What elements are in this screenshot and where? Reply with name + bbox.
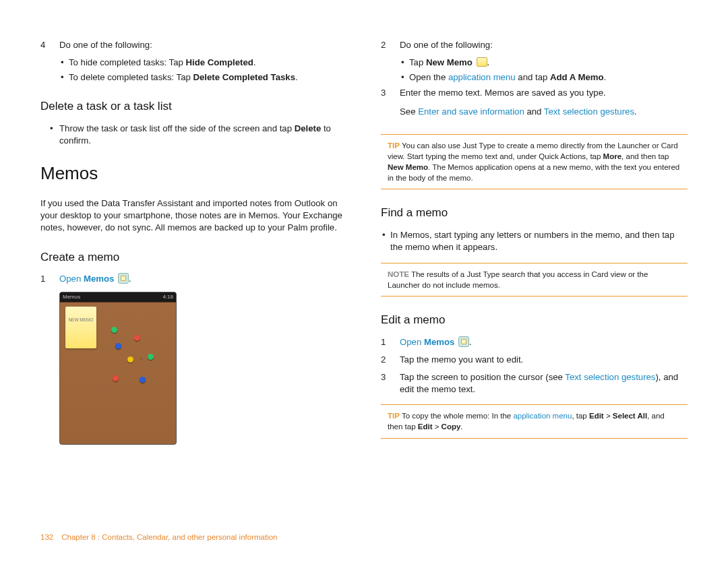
edit-step-3: 3 Tap the screen to position the cursor … [381,371,688,396]
pushpin-icon [115,343,121,349]
step-number: 1 [40,273,59,285]
text-selection-link[interactable]: Text selection gestures [565,372,655,382]
heading-memos: Memos [40,162,347,185]
note-just-type-search: NOTE The results of a Just Type search t… [381,263,688,296]
bullet-tap-new-memo: Tap New Memo . [409,57,688,69]
tip-just-type: TIP You can also use Just Type to create… [381,134,688,189]
screenshot-statusbar: Memos 4:18 [60,292,176,302]
tip-label: TIP [388,412,400,420]
create-step-1: 1 Open Memos . [40,273,347,285]
page-footer: 132 Chapter 8 : Contacts, Calendar, and … [40,532,277,543]
tip-label: TIP [388,142,400,150]
edit-step-2: 2 Tap the memo you want to edit. [381,354,688,366]
pushpin-icon [148,354,154,360]
screenshot-corkboard: NEW MEMO [60,302,176,444]
bullet-throw-task: Throw the task or task list off the side… [59,123,347,147]
step-body: Tap the screen to position the cursor (s… [400,371,688,396]
step-number: 4 [40,39,59,51]
memos-app-icon [458,336,469,347]
screenshot-app-title: Memos [63,294,80,301]
pushpin-icon [113,375,119,381]
screenshot-time: 4:18 [162,294,173,301]
step-2-bullets: Tap New Memo . Open the application menu… [381,57,688,84]
chapter-title: Chapter 8 : Contacts, Calendar, and othe… [61,533,277,541]
pushpin-icon [140,377,146,383]
step-body: Open Memos . [400,336,688,348]
pushpin-icon [134,335,140,341]
see-links: See Enter and save information and Text … [400,106,688,118]
step-number: 3 [381,87,400,125]
right-column: 2 Do one of the following: Tap New Memo … [381,39,688,448]
pushpin-icon [111,327,117,333]
application-menu-link[interactable]: application menu [448,72,516,82]
note-label: NOTE [388,270,409,278]
step-number: 3 [381,371,400,396]
enter-save-link[interactable]: Enter and save information [418,106,524,117]
memos-screenshot: Memos 4:18 NEW MEMO [59,292,177,445]
step-4: 4 Do one of the following: [40,39,347,51]
left-column: 4 Do one of the following: To hide compl… [40,39,347,448]
delete-task-bullets: Throw the task or task list off the side… [40,123,347,147]
bullet-add-a-memo: Open the application menu and tap Add A … [409,71,688,84]
step-number: 1 [381,336,400,348]
screenshot-sticky-note: NEW MEMO [65,307,96,348]
step-4-bullets: To hide completed tasks: Tap Hide Comple… [40,57,347,84]
heading-delete-task: Delete a task or a task list [40,99,347,115]
step-body: Do one of the following: [59,39,347,51]
step-body: Enter the memo text. Memos are saved as … [400,87,688,125]
open-link[interactable]: Open Memos [400,337,454,347]
bullet-find-memo: In Memos, start typing any letters or nu… [390,229,688,253]
memos-app-icon [118,273,129,284]
step-number: 2 [381,354,400,366]
bullet-delete-completed: To delete completed tasks: Tap Delete Co… [69,71,347,84]
step-body: Tap the memo you want to edit. [400,354,688,366]
application-menu-link[interactable]: application menu [513,412,572,420]
bullet-hide-completed: To hide completed tasks: Tap Hide Comple… [69,57,347,69]
new-memo-icon [477,57,487,67]
text-selection-link[interactable]: Text selection gestures [544,106,634,117]
page-number: 132 [40,532,59,543]
pushpin-icon [127,356,133,363]
step-body: Do one of the following: [400,39,688,51]
heading-edit-memo: Edit a memo [381,313,688,328]
heading-find-memo: Find a memo [381,206,688,221]
step-3: 3 Enter the memo text. Memos are saved a… [381,87,688,125]
find-memo-bullets: In Memos, start typing any letters or nu… [381,229,688,253]
step-body: Open Memos . [59,273,347,285]
open-link[interactable]: Open Memos [59,274,114,284]
heading-create-memo: Create a memo [40,250,347,266]
page: 4 Do one of the following: To hide compl… [0,0,728,448]
step-number: 2 [381,39,400,51]
step-2: 2 Do one of the following: [381,39,688,51]
memos-paragraph: If you used the Data Transfer Assistant … [40,197,347,233]
edit-step-1: 1 Open Memos . [381,336,688,348]
tip-copy-memo: TIP To copy the whole memo: In the appli… [381,404,688,438]
